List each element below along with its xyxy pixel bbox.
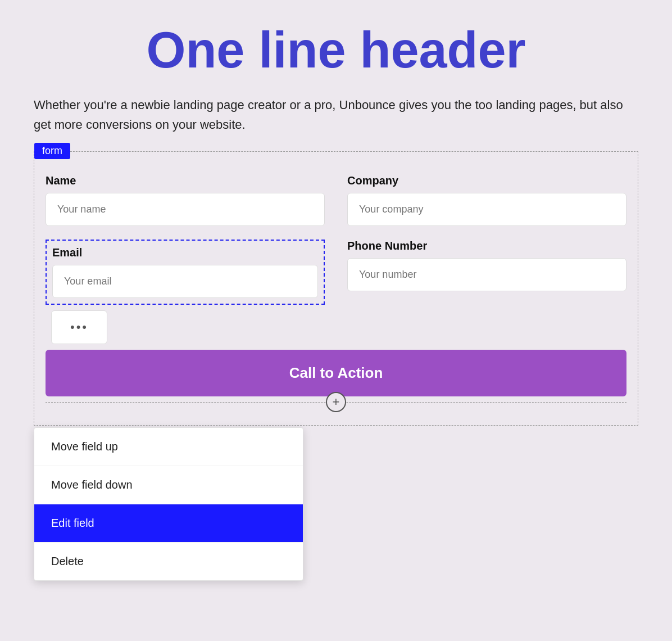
field-phone: Phone Number (347, 240, 626, 331)
menu-item-move-up[interactable]: Move field up (34, 428, 303, 466)
email-row: Email (46, 240, 325, 310)
menu-item-edit[interactable]: Edit field (34, 504, 303, 543)
dots-menu-button[interactable]: ••• (51, 310, 107, 344)
field-email-label: Email (52, 246, 318, 259)
field-company-input[interactable] (347, 193, 626, 226)
menu-item-delete[interactable]: Delete (34, 543, 303, 580)
add-section-button[interactable]: + (326, 392, 346, 412)
form-badge: form (34, 143, 70, 159)
form-bottom-border: + (46, 402, 626, 403)
page-title: One line header (34, 22, 638, 78)
field-company-label: Company (347, 174, 626, 187)
form-grid: Name Company Email (46, 174, 626, 396)
field-email-selected: Email (46, 240, 325, 305)
field-email-container: Email ••• (46, 240, 325, 344)
context-menu: Move field up Move field down Edit field… (34, 427, 303, 581)
field-company: Company (347, 174, 626, 226)
menu-item-move-down[interactable]: Move field down (34, 466, 303, 504)
body-text: Whether you're a newbie landing page cre… (34, 95, 638, 134)
email-field-wrapper: Email (46, 240, 325, 310)
form-container: form Name Company Email (34, 151, 638, 426)
field-name: Name (46, 174, 325, 226)
field-phone-input[interactable] (347, 258, 626, 291)
field-name-label: Name (46, 174, 325, 187)
dots-icon: ••• (70, 320, 88, 335)
field-phone-label: Phone Number (347, 240, 626, 252)
field-name-input[interactable] (46, 193, 325, 226)
cta-row: Call to Action (46, 350, 626, 396)
field-email-input[interactable] (52, 265, 318, 298)
cta-button[interactable]: Call to Action (46, 350, 626, 396)
page-wrapper: One line header Whether you're a newbie … (0, 0, 672, 459)
